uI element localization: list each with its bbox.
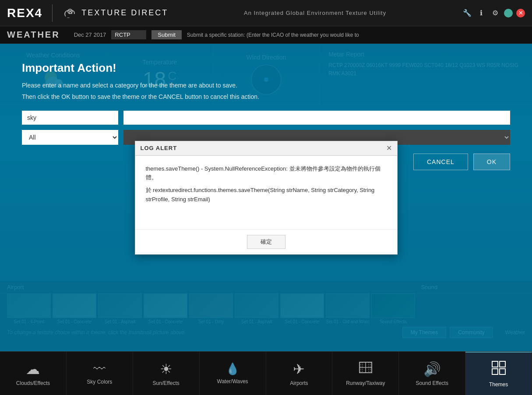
settings-icon[interactable]: ⚙ (490, 8, 500, 18)
sky-icon: 〰 (93, 362, 106, 376)
minimize-button[interactable] (504, 9, 513, 17)
cloud-icon (62, 5, 78, 21)
themes-label: Themes (489, 381, 508, 388)
dialog-body: themes.saveTheme() - System.NullReferenc… (135, 156, 397, 229)
log-alert-dialog: LOG ALERT ✕ themes.saveTheme() - System.… (135, 141, 398, 255)
confirm-button[interactable]: 確定 (247, 235, 285, 249)
nav-clouds-effects[interactable]: ☁ Clouds/Effects (0, 352, 67, 395)
svg-rect-19 (500, 369, 505, 374)
dialog-close-button[interactable]: ✕ (386, 145, 392, 152)
svg-rect-2 (66, 14, 75, 17)
station-input[interactable] (111, 30, 146, 39)
nav-sun-effects[interactable]: ☀ Sun/Effects (133, 352, 200, 395)
top-bar: REX4 TEXTURE DIRECT An Integrated Global… (0, 0, 532, 26)
sound-icon: 🔊 (423, 361, 441, 378)
nav-sound-effects[interactable]: 🔊 Sound Effects (399, 352, 465, 395)
nav-runway-taxiway[interactable]: Runway/Taxiway (332, 352, 399, 395)
water-label: Water/Waves (217, 378, 248, 385)
logo-subtitle: TEXTURE DIRECT (62, 5, 168, 21)
weather-bar: WEATHER Dec 27 2017 Submit Submit a spec… (0, 26, 532, 44)
info-icon[interactable]: ℹ (476, 8, 486, 18)
weather-date: Dec 27 2017 (74, 31, 106, 38)
dialog-title: LOG ALERT (141, 145, 177, 151)
logo-divider (52, 4, 53, 22)
nav-themes[interactable]: Themes (465, 352, 532, 395)
airports-label: Airports (290, 380, 308, 386)
clouds-label: Clouds/Effects (16, 380, 50, 386)
svg-rect-18 (492, 369, 498, 374)
window-controls: 🔧 ℹ ⚙ ✕ (462, 8, 525, 18)
nav-sky-colors[interactable]: 〰 Sky Colors (67, 352, 133, 395)
close-button[interactable]: ✕ (516, 9, 525, 17)
svg-rect-16 (492, 361, 498, 367)
weather-instruction: Submit a specific station: (Enter the IC… (187, 32, 525, 38)
app-logo: REX4 (7, 6, 42, 20)
weather-section-label: WEATHER (7, 30, 60, 40)
submit-button[interactable]: Submit (151, 30, 181, 39)
tagline: An Integrated Global Environment Texture… (168, 10, 462, 16)
dialog-footer: 確定 (135, 229, 397, 254)
texture-direct-label: TEXTURE DIRECT (81, 8, 168, 17)
water-icon: 💧 (225, 362, 240, 376)
nav-water-waves[interactable]: 💧 Water/Waves (200, 352, 266, 395)
svg-rect-17 (500, 361, 505, 367)
log-message-line2: 於 rextexturedirect.functions.themes.save… (146, 186, 387, 204)
themes-icon (491, 360, 506, 379)
main-content: Weather Conditions Temperature 18 C Wind… (0, 44, 532, 351)
sun-label: Sun/Effects (153, 380, 180, 386)
sky-label: Sky Colors (87, 379, 112, 385)
dialog-backdrop: LOG ALERT ✕ themes.saveTheme() - System.… (0, 44, 532, 351)
bottom-nav: ☁ Clouds/Effects 〰 Sky Colors ☀ Sun/Effe… (0, 351, 532, 395)
clouds-icon: ☁ (26, 361, 40, 378)
nav-airports[interactable]: ✈ Airports (266, 352, 333, 395)
logo-area: REX4 TEXTURE DIRECT (7, 4, 168, 22)
runway-icon (359, 360, 373, 378)
wrench-icon[interactable]: 🔧 (462, 8, 472, 18)
log-message-line1: themes.saveTheme() - System.NullReferenc… (146, 164, 387, 183)
sound-label: Sound Effects (416, 380, 448, 386)
runway-label: Runway/Taxiway (346, 380, 385, 386)
airport-icon: ✈ (293, 361, 305, 378)
dialog-header: LOG ALERT ✕ (135, 141, 397, 156)
sun-icon: ☀ (160, 361, 173, 378)
